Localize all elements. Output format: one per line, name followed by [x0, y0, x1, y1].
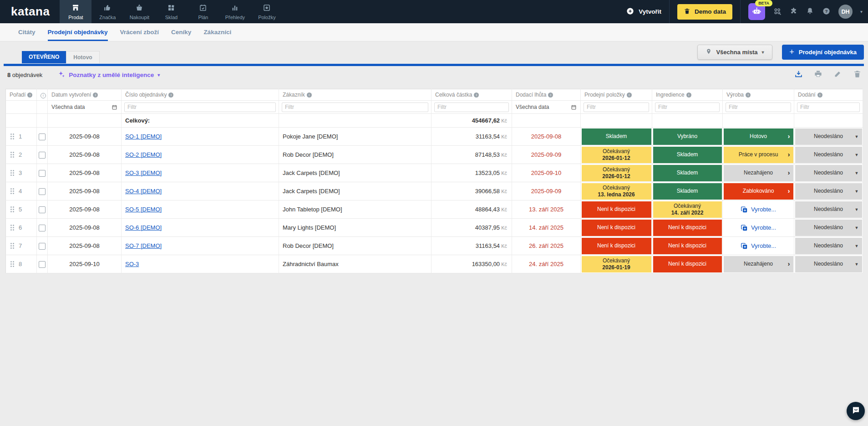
row-checkbox[interactable]	[39, 206, 46, 213]
global-search-button[interactable]	[773, 7, 782, 17]
row-checkbox[interactable]	[39, 243, 46, 250]
column-header-sales_items[interactable]: Prodejní položkyi	[581, 89, 652, 101]
delivery-status-badge[interactable]: Neodesláno▼	[795, 220, 862, 236]
order-number-link[interactable]: SO-1 [DEMO]	[122, 133, 165, 140]
katana-logo[interactable]: katana	[0, 0, 60, 23]
subnav-tab-ceniky[interactable]: Ceníky	[171, 23, 191, 41]
production-status-badge[interactable]: Nezahájeno›	[724, 165, 793, 181]
nav-item-sklad[interactable]: Sklad	[155, 0, 187, 23]
ai-insights-button[interactable]: Poznatky z umělé inteligence ▾	[58, 71, 160, 79]
cell-total-amount: 87148,53 Kč	[431, 146, 512, 164]
column-header-order[interactable]: Pořadíi	[6, 89, 37, 101]
filter-input-production[interactable]	[726, 103, 791, 112]
filter-input-sales_items[interactable]	[584, 103, 649, 112]
column-header-deadline[interactable]: Dodací lhůtai	[512, 89, 581, 101]
column-header-production[interactable]: Výrobai	[723, 89, 794, 101]
make-production-link[interactable]: Vyrobte...	[724, 220, 793, 236]
drag-handle-icon[interactable]	[10, 225, 14, 231]
nav-item-prehledy[interactable]: Přehledy	[219, 0, 251, 23]
avatar[interactable]: DH	[838, 5, 853, 19]
edit-button[interactable]	[833, 70, 842, 80]
subnav-tab-zakaznici[interactable]: Zákazníci	[203, 23, 231, 41]
cell-production: Zablokováno›	[723, 182, 794, 200]
drag-handle-icon[interactable]	[10, 261, 14, 267]
demo-data-button[interactable]: Demo data	[677, 4, 732, 20]
delivery-status-badge[interactable]: Neodesláno▼	[795, 165, 862, 181]
filter-input-number[interactable]	[124, 103, 276, 112]
date-filter-deadline[interactable]: Všechna data	[515, 104, 578, 110]
row-checkbox[interactable]	[39, 152, 46, 159]
order-number-link[interactable]: SO-7 [DEMO]	[122, 242, 165, 249]
row-checkbox[interactable]	[39, 170, 46, 177]
date-filter-created[interactable]: Všechna data	[51, 104, 118, 110]
print-button[interactable]	[814, 70, 822, 80]
nav-item-nakoupit[interactable]: Nakoupit	[123, 0, 155, 23]
order-number-link[interactable]: SO-6 [DEMO]	[122, 224, 165, 231]
chat-button[interactable]	[847, 402, 865, 420]
column-header-delivery[interactable]: Dodáníi	[794, 89, 863, 101]
column-header-created[interactable]: Datum vytvořeníi	[48, 89, 122, 101]
drag-handle-icon[interactable]	[10, 206, 14, 212]
delivery-status-badge[interactable]: Neodesláno▼	[795, 256, 862, 272]
column-header-select[interactable]: i	[37, 89, 48, 101]
badge-label: Nezahájeno	[744, 261, 773, 267]
subnav-tab-prodejni-objednavky[interactable]: Prodejní objednávky	[48, 23, 108, 41]
row-checkbox[interactable]	[39, 261, 46, 268]
drag-handle-icon[interactable]	[10, 152, 14, 158]
drag-handle-icon[interactable]	[10, 133, 14, 139]
subnav-tab-vraceni-zbozi[interactable]: Vrácení zboží	[120, 23, 159, 41]
order-number-link[interactable]: SO-4 [DEMO]	[122, 188, 165, 195]
new-sales-order-button[interactable]: + Prodejní objednávka	[782, 45, 864, 60]
locations-dropdown[interactable]: Všechna místa ▾	[697, 45, 772, 60]
column-header-ingredients[interactable]: Ingrediencei	[652, 89, 723, 101]
delivery-status-badge[interactable]: Neodesláno▼	[795, 183, 862, 200]
drag-handle-icon[interactable]	[10, 243, 14, 249]
delivery-status-badge[interactable]: Neodesláno▼	[795, 238, 862, 254]
export-download-button[interactable]	[794, 70, 803, 80]
make-production-link[interactable]: Vyrobte...	[724, 238, 793, 254]
production-status-badge[interactable]: Zablokováno›	[724, 183, 793, 200]
integrations-button[interactable]	[789, 7, 798, 17]
cell-delivery: Neodesláno▼	[794, 164, 863, 182]
order-number-link[interactable]: SO-5 [DEMO]	[122, 206, 165, 213]
filter-input-ingredients[interactable]	[655, 103, 720, 112]
order-number-link[interactable]: SO-2 [DEMO]	[122, 151, 165, 158]
nav-item-znacka[interactable]: Značka	[91, 0, 123, 23]
plus-icon: +	[789, 47, 794, 57]
delivery-status-badge[interactable]: Neodesláno▼	[795, 147, 862, 163]
status-tab-open[interactable]: OTEVŘENO	[22, 51, 66, 63]
make-production-link[interactable]: Vyrobte...	[724, 201, 793, 218]
drag-handle-icon[interactable]	[10, 170, 14, 176]
create-button[interactable]: Vytvořit	[626, 7, 661, 17]
info-icon: i	[307, 92, 312, 98]
production-status-badge[interactable]: Práce v procesu›	[724, 147, 793, 163]
delete-button[interactable]	[853, 70, 862, 80]
cell-ingredients: Není k dispozici	[652, 237, 723, 255]
badge-label: Nezahájeno	[744, 169, 773, 176]
subnav-tab-citaty[interactable]: Citáty	[18, 23, 36, 41]
order-number-link[interactable]: SO-3	[122, 261, 142, 267]
filter-input-total[interactable]	[434, 103, 509, 112]
production-status-badge[interactable]: Hotovo›	[724, 128, 793, 145]
status-tab-done[interactable]: Hotovo	[66, 51, 99, 63]
order-number-link[interactable]: SO-3 [DEMO]	[122, 169, 165, 176]
nav-item-polozky[interactable]: Položky	[251, 0, 283, 23]
row-checkbox[interactable]	[39, 188, 46, 195]
column-header-number[interactable]: Číslo objednávkyi	[122, 89, 279, 101]
column-header-total[interactable]: Celková částkai	[431, 89, 512, 101]
production-status-badge[interactable]: Nezahájeno›	[724, 256, 793, 272]
help-button[interactable]: ?	[822, 7, 831, 17]
delivery-status-badge[interactable]: Neodesláno▼	[795, 201, 862, 218]
column-header-customer[interactable]: Zákazníki	[279, 89, 431, 101]
account-caret-icon[interactable]: ▾	[860, 9, 863, 14]
row-checkbox[interactable]	[39, 225, 46, 231]
filter-input-customer[interactable]	[282, 103, 428, 112]
nav-item-plan[interactable]: Plán	[187, 0, 219, 23]
drag-handle-icon[interactable]	[10, 188, 14, 194]
row-checkbox[interactable]	[39, 133, 46, 140]
sales-items-status-badge: Očekávaný2026-01-12	[582, 165, 651, 181]
nav-item-prodat[interactable]: Prodat	[60, 0, 91, 23]
filter-input-delivery[interactable]	[797, 103, 860, 112]
delivery-status-badge[interactable]: Neodesláno▼	[795, 128, 862, 145]
notifications-button[interactable]	[806, 7, 814, 17]
